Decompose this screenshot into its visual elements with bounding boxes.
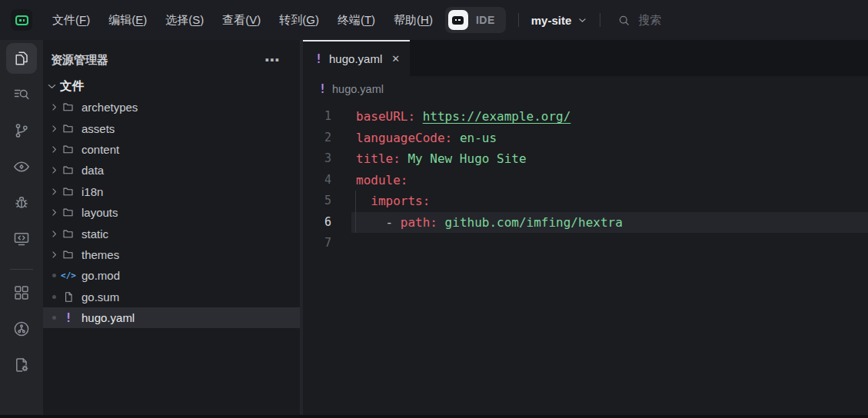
chevron-down-icon — [577, 15, 587, 25]
activity-source-control[interactable] — [6, 115, 37, 146]
folder-icon — [61, 101, 76, 114]
menu-g[interactable]: 转到(G) — [279, 13, 319, 28]
files-section-label: 文件 — [60, 78, 84, 95]
monitor-code-icon — [12, 230, 31, 248]
tree-item-themes[interactable]: themes — [43, 244, 300, 265]
search-list-icon — [12, 85, 31, 104]
code-line-2[interactable]: 2languageCode: en-us — [303, 128, 868, 149]
code-token: module: — [356, 173, 407, 187]
line-number: 1 — [303, 106, 331, 128]
chevron-right-icon[interactable] — [48, 250, 60, 260]
code-link[interactable]: https://example.org/ — [423, 109, 571, 124]
robot-face-icon — [452, 16, 464, 25]
code-line-4[interactable]: 4module: — [303, 170, 868, 191]
menu-f[interactable]: 文件(F) — [52, 13, 90, 28]
close-tab-icon[interactable]: ✕ — [391, 53, 400, 65]
workspace-switcher[interactable]: my-site — [531, 14, 588, 27]
editor-group: ! hugo.yaml ✕ ! hugo.yaml 1baseURL: http… — [303, 40, 868, 418]
code-token: languageCode: — [356, 131, 452, 145]
line-number: 4 — [303, 170, 331, 191]
chevron-right-icon[interactable] — [48, 102, 60, 112]
file-name: data — [81, 164, 104, 177]
file-name: go.sum — [81, 290, 119, 304]
ide-badge-icon — [448, 10, 468, 30]
more-actions-icon[interactable]: ⋯ — [264, 52, 280, 68]
titlebar-divider — [518, 13, 519, 27]
menu-s[interactable]: 选择(S) — [165, 13, 204, 28]
code-line-1[interactable]: 1baseURL: https://example.org/ — [303, 106, 868, 128]
tree-item-layouts[interactable]: layouts — [43, 202, 300, 223]
menu-t[interactable]: 终端(T) — [338, 13, 375, 28]
chevron-right-icon[interactable] — [48, 207, 60, 217]
breadcrumb-file-label: hugo.yaml — [332, 83, 384, 95]
line-number: 3 — [303, 148, 331, 170]
menu-bar: 文件(F)编辑(E)选择(S)查看(V)转到(G)终端(T)帮助(H) — [52, 13, 433, 28]
sidebar-explorer: 资源管理器 ⋯ 文件 archetypesassetscontentdatai1… — [43, 40, 300, 418]
activity-watch[interactable] — [6, 151, 37, 182]
window-bottom-edge — [0, 415, 868, 418]
chevron-right-icon[interactable] — [48, 144, 60, 154]
titlebar-divider — [600, 13, 600, 27]
ide-mode-badge[interactable]: IDE — [445, 7, 506, 33]
code-token — [356, 194, 371, 208]
tree-item-hugo-yaml[interactable]: !hugo.yaml — [43, 307, 300, 328]
file-name: hugo.yaml — [81, 311, 135, 324]
code-token: path: — [401, 215, 437, 230]
line-content: module: — [351, 170, 868, 191]
activity-apps[interactable] — [6, 277, 37, 308]
file-name: archetypes — [81, 101, 138, 114]
line-content: title: My New Hugo Site — [351, 148, 868, 170]
folder-icon — [61, 164, 76, 177]
activity-divider — [10, 269, 33, 270]
file-name: themes — [81, 248, 119, 261]
tree-item-content[interactable]: content — [43, 139, 300, 160]
code-line-6[interactable]: 6 - path: github.com/imfing/hextra — [303, 212, 868, 234]
code-token: - — [356, 215, 401, 230]
code-line-3[interactable]: 3title: My New Hugo Site — [303, 148, 868, 170]
menu-v[interactable]: 查看(V) — [222, 13, 261, 28]
tab-hugo-yaml[interactable]: ! hugo.yaml ✕ — [303, 40, 410, 76]
code-line-7[interactable]: 7 — [303, 233, 868, 254]
tree-item-assets[interactable]: assets — [43, 118, 300, 138]
breadcrumb[interactable]: ! hugo.yaml — [303, 76, 868, 102]
grid-icon — [12, 284, 31, 302]
activity-bar — [0, 40, 43, 418]
menu-e[interactable]: 编辑(E) — [108, 13, 147, 28]
line-content: imports: — [351, 191, 868, 212]
tree-item-data[interactable]: data — [43, 160, 300, 181]
activity-debug[interactable] — [6, 187, 37, 218]
tree-item-go-mod[interactable]: </>go.mod — [43, 265, 300, 286]
folder-icon — [61, 248, 76, 261]
tree-item-static[interactable]: static — [43, 223, 300, 244]
sidebar-title: 资源管理器 — [51, 53, 108, 68]
activity-run-config[interactable] — [6, 350, 37, 380]
files-section-header[interactable]: 文件 — [43, 75, 300, 97]
tree-item-i18n[interactable]: i18n — [43, 181, 300, 202]
activity-search[interactable] — [6, 79, 37, 110]
chevron-right-icon[interactable] — [48, 229, 60, 239]
activity-explorer[interactable] — [6, 43, 37, 74]
folder-icon — [61, 185, 76, 198]
line-number: 7 — [303, 233, 331, 254]
robot-face-icon — [15, 15, 28, 25]
chevron-right-icon[interactable] — [48, 124, 60, 134]
main-area: 资源管理器 ⋯ 文件 archetypesassetscontentdatai1… — [0, 40, 868, 418]
yaml-warning-icon: ! — [319, 82, 326, 96]
activity-remote-window[interactable] — [6, 224, 37, 254]
code-line-5[interactable]: 5 imports: — [303, 191, 868, 212]
file-name: go.mod — [81, 269, 120, 282]
menu-h[interactable]: 帮助(H) — [394, 13, 433, 28]
code-token: My New Hugo Site — [407, 151, 526, 166]
yaml-warning-icon: ! — [61, 310, 76, 325]
tree-item-go-sum[interactable]: go.sum — [43, 287, 300, 307]
chevron-right-icon[interactable] — [48, 187, 60, 197]
folder-icon — [61, 227, 76, 241]
chevron-right-icon[interactable] — [48, 165, 60, 175]
activity-share[interactable] — [6, 314, 37, 344]
file-name: layouts — [81, 206, 118, 219]
tree-item-archetypes[interactable]: archetypes — [43, 97, 300, 118]
global-search[interactable]: 搜索 — [617, 13, 661, 28]
code-token — [401, 151, 408, 166]
file-name: i18n — [81, 185, 103, 198]
file-gear-icon — [12, 356, 31, 374]
